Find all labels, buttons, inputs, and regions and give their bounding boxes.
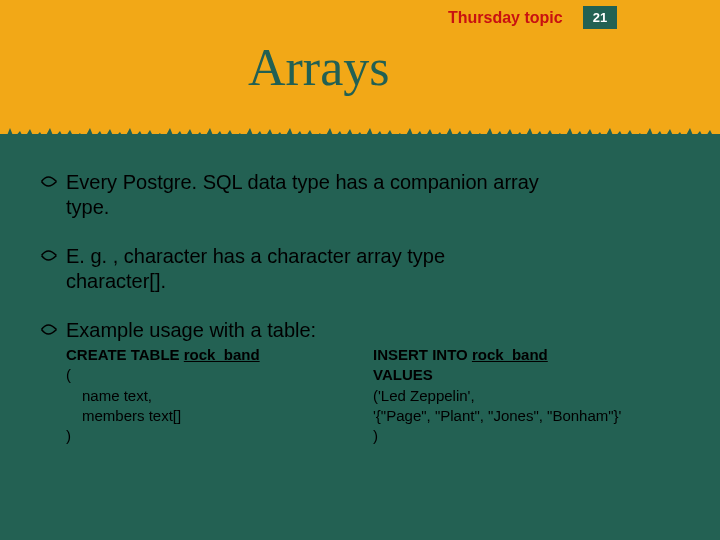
code-right-l1-ident: rock_band	[472, 346, 548, 363]
header-band: Thursday topic 21 Arrays	[0, 0, 720, 134]
bullet-3: Example usage with a table:	[40, 318, 680, 343]
page-number-pill: 21	[583, 6, 617, 29]
slide-body: Every Postgre. SQL data type has a compa…	[40, 170, 680, 446]
bullet-1-line1: Every Postgre. SQL data type has a compa…	[66, 171, 539, 193]
code-left-l1-keyword: CREATE TABLE	[66, 346, 184, 363]
code-right-l1: INSERT INTO rock_band	[373, 345, 680, 365]
code-left: CREATE TABLE rock_band ( name text, memb…	[66, 345, 373, 446]
bullet-3-text: Example usage with a table:	[66, 319, 316, 341]
code-right-l3: ('Led Zeppelin',	[373, 386, 680, 406]
bullet-2: E. g. , character has a character array …	[40, 244, 680, 294]
code-left-l1: CREATE TABLE rock_band	[66, 345, 373, 365]
code-right-l5: )	[373, 426, 680, 446]
topic-row: Thursday topic 21	[0, 6, 720, 29]
code-left-l3: name text,	[66, 386, 373, 406]
code-left-l2: (	[66, 365, 373, 385]
code-right: INSERT INTO rock_band VALUES ('Led Zeppe…	[373, 345, 680, 446]
code-right-l2: VALUES	[373, 365, 680, 385]
code-left-l4: members text[]	[66, 406, 373, 426]
bullet-1: Every Postgre. SQL data type has a compa…	[40, 170, 680, 220]
code-right-l4: '{"Page", "Plant", "Jones", "Bonham"}'	[373, 406, 680, 426]
grass-edge-decoration	[0, 122, 720, 142]
code-left-l5: )	[66, 426, 373, 446]
bullet-2-line1: E. g. , character has a character array …	[66, 245, 445, 267]
code-columns: CREATE TABLE rock_band ( name text, memb…	[40, 345, 680, 446]
slide-title: Arrays	[248, 38, 390, 97]
slide: Thursday topic 21 Arrays Every Postgre. …	[0, 0, 720, 540]
code-right-l1-keyword: INSERT INTO	[373, 346, 472, 363]
topic-label: Thursday topic	[448, 9, 563, 27]
code-left-l1-ident: rock_band	[184, 346, 260, 363]
bullet-2-line2: character[].	[66, 269, 680, 294]
bullet-1-line2: type.	[66, 195, 680, 220]
